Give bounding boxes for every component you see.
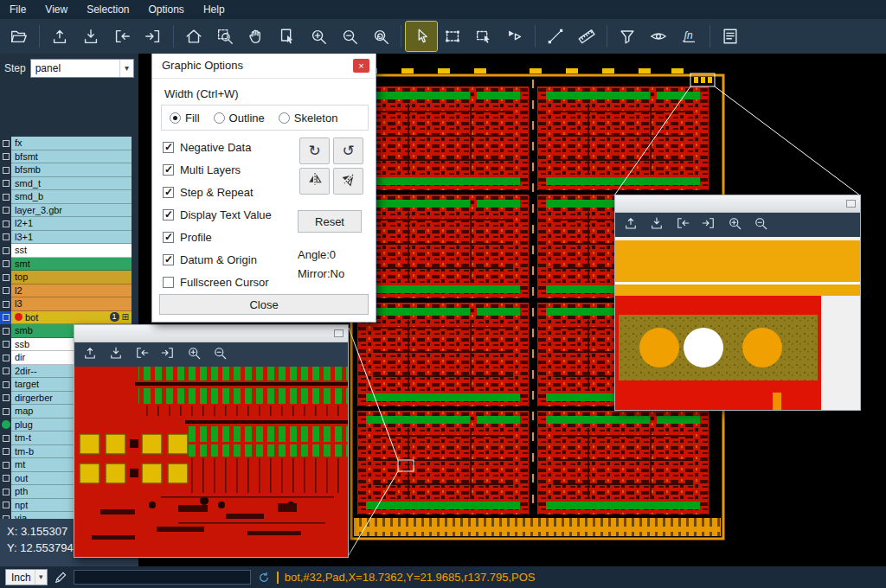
layer-name-cell[interactable]: bfsmb [11, 163, 132, 177]
layer-row-layer_3.gbr[interactable]: layer_3.gbr [0, 204, 138, 218]
command-input[interactable] [74, 570, 251, 585]
menu-file[interactable]: File [0, 0, 35, 19]
export-up-button[interactable] [44, 22, 75, 51]
open-button[interactable] [3, 22, 35, 51]
layer-visibility-checkbox[interactable] [0, 445, 11, 459]
layer-row-smd_t[interactable]: smd_t [0, 177, 138, 191]
close-icon[interactable]: × [353, 59, 369, 73]
window-restore-icon[interactable] [334, 329, 343, 337]
reset-button[interactable]: Reset [298, 210, 362, 233]
layer-visibility-checkbox[interactable] [0, 485, 11, 499]
dialog-titlebar[interactable]: Graphic Options × [152, 53, 376, 79]
checkbox-step-repeat[interactable]: Step & Repeat [163, 181, 272, 203]
radio-fill[interactable]: Fill [170, 112, 200, 125]
layer-visibility-checkbox[interactable] [0, 284, 11, 298]
menu-options[interactable]: Options [139, 0, 194, 19]
layer-name-cell[interactable]: l2+1 [11, 217, 132, 231]
layer-row-l3+1[interactable]: l3+1 [0, 231, 138, 245]
transform-select-button[interactable] [468, 22, 499, 51]
layer-visibility-checkbox[interactable] [0, 137, 11, 150]
checkbox-display-text-value[interactable]: Display Text Value [163, 203, 272, 226]
checkbox-multi-layers[interactable]: Multi Layers [163, 158, 272, 181]
layer-visibility-checkbox[interactable] [0, 244, 11, 258]
checkbox-profile[interactable]: Profile [163, 226, 272, 248]
layer-visibility-checkbox[interactable] [0, 419, 11, 432]
zoom-out-button[interactable] [334, 22, 365, 51]
layer-visibility-checkbox[interactable] [0, 324, 11, 338]
layer-row-l2+1[interactable]: l2+1 [0, 217, 138, 231]
arrow-out-right-button[interactable] [697, 214, 720, 235]
layer-row-l2[interactable]: l2 [0, 284, 138, 298]
zoom-out-button[interactable] [208, 344, 231, 365]
step-select[interactable]: panel ▾ [30, 59, 134, 78]
zoom-window-button[interactable] [209, 22, 241, 51]
layer-visibility-checkbox[interactable] [0, 351, 11, 365]
layer-row-bfsmt[interactable]: bfsmt [0, 150, 138, 164]
layer-visibility-checkbox[interactable] [0, 163, 11, 177]
mirror-diagonal-button[interactable] [333, 168, 363, 195]
marquee-select-button[interactable] [437, 22, 468, 51]
layer-name-cell[interactable]: bfsmt [11, 150, 132, 164]
arrow-in-left-button[interactable] [671, 214, 694, 235]
layer-name-cell[interactable]: fx [11, 137, 132, 150]
zoom-in-button[interactable] [303, 22, 334, 51]
rotate-cw-button[interactable]: ↻ [299, 137, 330, 164]
layer-name-cell[interactable]: layer_3.gbr [11, 204, 132, 218]
layer-visibility-checkbox[interactable] [0, 231, 11, 245]
layer-visibility-checkbox[interactable] [0, 499, 11, 513]
layer-row-sst[interactable]: sst [0, 244, 138, 258]
ruler-button[interactable] [571, 22, 602, 51]
layer-visibility-checkbox[interactable] [0, 458, 11, 472]
tray-up-button[interactable] [619, 214, 642, 235]
layer-visibility-checkbox[interactable] [0, 378, 11, 392]
layer-visibility-checkbox[interactable] [0, 392, 11, 406]
layer-visibility-checkbox[interactable] [0, 338, 11, 352]
layer-row-smd_b[interactable]: smd_b [0, 190, 138, 204]
window-restore-icon[interactable] [846, 200, 856, 208]
arrow-out-right-button[interactable] [156, 344, 179, 365]
layer-visibility-checkbox[interactable] [0, 431, 11, 445]
radio-skeleton[interactable]: Skeleton [279, 112, 338, 125]
refresh-icon[interactable] [257, 571, 271, 585]
arrow-in-left-button[interactable] [130, 344, 153, 365]
layer-visibility-checkbox[interactable] [0, 204, 11, 218]
popup-titlebar[interactable] [74, 325, 348, 342]
home-view-button[interactable] [178, 22, 209, 51]
pattern-search-button[interactable]: ʃn [674, 22, 705, 51]
menu-help[interactable]: Help [194, 0, 234, 19]
rotate-ccw-button[interactable]: ↺ [333, 137, 363, 164]
zoom-out-button[interactable] [748, 214, 772, 235]
layer-visibility-checkbox[interactable] [0, 405, 11, 419]
checkbox-datum-origin[interactable]: Datum & Origin [163, 248, 272, 271]
layer-visibility-checkbox[interactable] [0, 177, 11, 191]
pan-button[interactable] [241, 22, 272, 51]
layer-visibility-checkbox[interactable] [0, 297, 11, 311]
layer-row-fx[interactable]: fx [0, 137, 138, 150]
import-left-button[interactable] [106, 22, 138, 51]
layer-row-l3[interactable]: l3 [0, 297, 138, 311]
export-right-button[interactable] [138, 22, 169, 51]
layer-visibility-checkbox[interactable] [0, 311, 11, 325]
layer-visibility-checkbox[interactable] [0, 217, 11, 231]
report-button[interactable] [715, 22, 746, 51]
layer-visibility-checkbox[interactable] [0, 271, 11, 284]
annotate-icon[interactable] [54, 571, 67, 585]
mirror-horizontal-button[interactable] [299, 168, 330, 195]
menu-selection[interactable]: Selection [77, 0, 138, 19]
layer-row-bot[interactable]: bot1⊞ [0, 311, 138, 325]
close-button[interactable]: Close [159, 294, 369, 315]
popup-titlebar[interactable] [615, 195, 860, 213]
zoom-view-2[interactable] [615, 237, 860, 410]
filter-button[interactable] [612, 22, 643, 51]
layer-row-smt[interactable]: smt [0, 258, 138, 272]
tray-up-button[interactable] [78, 344, 101, 365]
menu-view[interactable]: View [35, 0, 77, 19]
tray-down-button[interactable] [645, 214, 668, 235]
layer-name-cell[interactable]: smt [11, 258, 132, 272]
view-options-button[interactable] [643, 22, 674, 51]
select-cursor-button[interactable] [406, 22, 437, 51]
select-document-button[interactable] [272, 22, 303, 51]
layer-name-cell[interactable]: l3 [11, 297, 132, 311]
layer-name-cell[interactable]: l3+1 [11, 231, 132, 245]
layer-visibility-checkbox[interactable] [0, 150, 11, 164]
